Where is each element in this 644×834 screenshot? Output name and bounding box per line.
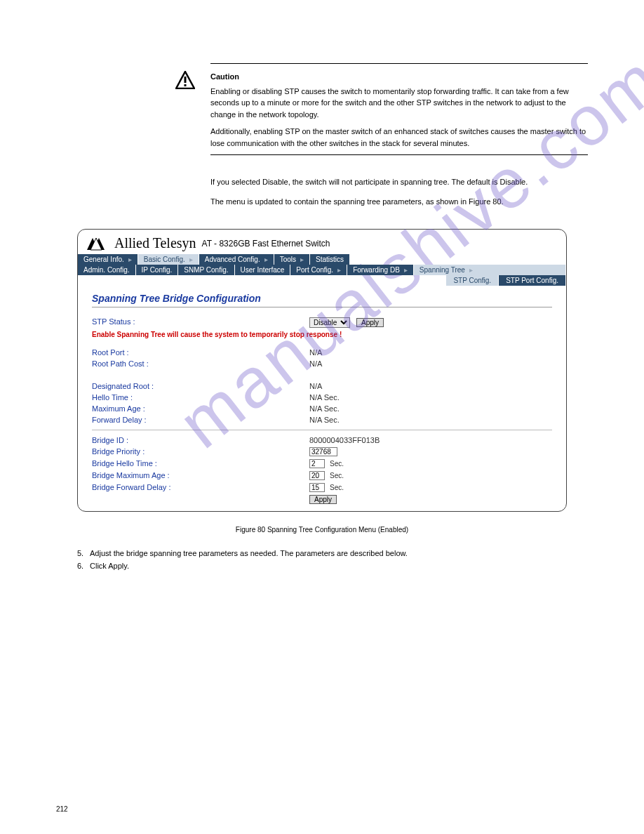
nav-basic-config[interactable]: Basic Config.▸	[138, 254, 199, 265]
logo-block: Allied Telesyn	[86, 235, 196, 251]
instruction-p1: The menu is updated to contain the spann…	[210, 196, 588, 208]
svg-rect-2	[185, 84, 187, 86]
row-max-age: Maximum Age : N/A Sec.	[92, 404, 552, 413]
screenshot-frame: Allied Telesyn AT - 8326GB Fast Ethernet…	[77, 229, 567, 512]
warning-text: Enable Spanning Tree will cause the syst…	[92, 331, 552, 338]
divider	[210, 63, 588, 64]
row-bridge-fwd-delay: Bridge Forward Delay : Sec.	[92, 483, 552, 492]
step-list: 5.Adjust the bridge spanning tree parame…	[77, 548, 567, 572]
nav-spanning-tree[interactable]: Spanning Tree▸	[414, 265, 566, 275]
nav-statistics[interactable]: Statistics	[310, 254, 350, 265]
bridge-fwd-delay-input[interactable]	[309, 483, 325, 492]
caution-body: Caution Enabling or disabling STP causes…	[210, 71, 588, 215]
divider	[210, 154, 588, 155]
instruction-block: If you selected Disable, the switch will…	[210, 176, 588, 208]
caution-text-2: Additionally, enabling STP on the master…	[210, 126, 588, 149]
subnav-stp-port-config[interactable]: STP Port Config.	[499, 275, 566, 286]
bridge-max-age-input[interactable]	[309, 471, 325, 480]
row-hello-time: Hello Time : N/A Sec.	[92, 393, 552, 402]
brand-text: Allied Telesyn	[114, 235, 196, 251]
subnav-stp-config[interactable]: STP Config.	[446, 275, 499, 286]
nav-forwarding-db[interactable]: Forwarding DB▸	[347, 265, 414, 275]
screenshot-body: Spanning Tree Bridge Configuration STP S…	[78, 286, 566, 511]
nav-general-info[interactable]: General Info.▸	[78, 254, 138, 265]
nav-ip-config[interactable]: IP Config.	[136, 265, 179, 275]
nav-tools[interactable]: Tools▸	[274, 254, 310, 265]
nav-row-1: General Info.▸ Basic Config.▸ Advanced C…	[78, 254, 566, 265]
row-designated-root: Designated Root : N/A	[92, 382, 552, 390]
page-number: 212	[56, 805, 68, 813]
step-6-num: 6.	[77, 560, 90, 573]
subnav-row: STP Config. STP Port Config.	[78, 275, 566, 286]
model-text: AT - 8326GB Fast Ethernet Switch	[202, 239, 330, 249]
caution-text-1: Enabling or disabling STP causes the swi…	[210, 86, 588, 121]
bridge-priority-input[interactable]	[309, 447, 337, 456]
caution-section: Caution Enabling or disabling STP causes…	[210, 63, 588, 215]
apply-button-top[interactable]: Apply	[356, 318, 384, 327]
caution-icon	[175, 71, 196, 92]
nav-user-interface[interactable]: User Interface	[235, 265, 291, 275]
figure-caption: Figure 80 Spanning Tree Configuration Me…	[56, 526, 588, 534]
row-forward-delay: Forward Delay : N/A Sec.	[92, 416, 552, 424]
caution-title: Caution	[210, 71, 588, 83]
instruction-p2: If you selected Disable, the switch will…	[210, 176, 588, 189]
row-bridge-hello: Bridge Hello Time : Sec.	[92, 459, 552, 468]
nav-admin-config[interactable]: Admin. Config.	[78, 265, 136, 275]
nav-advanced-config[interactable]: Advanced Config.▸	[199, 254, 274, 265]
row-bridge-id: Bridge ID : 8000004033FF013B	[92, 436, 552, 444]
stp-status-select[interactable]: Disable	[309, 317, 350, 328]
screenshot-header: Allied Telesyn AT - 8326GB Fast Ethernet…	[78, 230, 566, 254]
section-divider	[92, 430, 552, 430]
stp-status-label: STP Status :	[92, 317, 309, 328]
step-6-text: Click Apply.	[90, 562, 129, 570]
row-bridge-priority: Bridge Priority :	[92, 447, 552, 456]
nav-snmp-config[interactable]: SNMP Config.	[178, 265, 234, 275]
nav-row-2: Admin. Config. IP Config. SNMP Config. U…	[78, 265, 566, 275]
row-stp-status: STP Status : Disable Apply	[92, 317, 552, 328]
nav-port-config[interactable]: Port Config.▸	[290, 265, 347, 275]
step-5-num: 5.	[77, 548, 90, 560]
apply-button-bottom[interactable]: Apply	[309, 495, 337, 504]
page-container: Caution Enabling or disabling STP causes…	[0, 0, 644, 628]
row-bridge-max-age: Bridge Maximum Age : Sec.	[92, 471, 552, 480]
bridge-hello-input[interactable]	[309, 459, 325, 468]
svg-rect-1	[185, 77, 187, 83]
logo-icon	[86, 237, 110, 251]
panel-title: Spanning Tree Bridge Configuration	[92, 293, 552, 307]
row-root-path-cost: Root Path Cost : N/A	[92, 359, 552, 368]
row-root-port: Root Port : N/A	[92, 348, 552, 357]
step-5-text: Adjust the bridge spanning tree paramete…	[90, 549, 408, 557]
